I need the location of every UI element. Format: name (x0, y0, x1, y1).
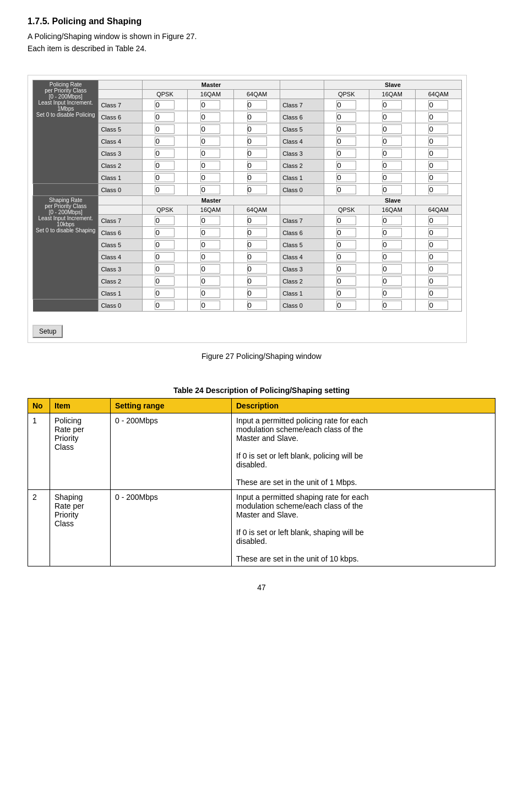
shaping-slave-class0-label: Class 0 (280, 299, 324, 312)
row1-item: Policing Rate per Priority Class (50, 413, 111, 490)
row1-no: 1 (28, 413, 50, 490)
row2-range: 0 - 200Mbps (111, 490, 232, 566)
shaping-class4-label: Class 4 (99, 251, 143, 263)
policing-slave-class3-label: Class 3 (280, 148, 324, 160)
policing-class6-label: Class 6 (99, 111, 143, 123)
p-s-64qam-c7[interactable] (415, 99, 461, 111)
setup-button[interactable]: Setup (32, 325, 63, 338)
policing-class4-label: Class 4 (99, 135, 143, 148)
col-header-no: No (28, 399, 50, 413)
page-number: 47 (28, 583, 495, 592)
table-row: 1 Policing Rate per Priority Class 0 - 2… (28, 413, 495, 490)
shaping-label: Shaping Rate per Priority Class [0 - 200… (33, 196, 99, 299)
policing-slave-class6-label: Class 6 (280, 111, 324, 123)
row2-item: Shaping Rate per Priority Class (50, 490, 111, 566)
intro-line2: Each item is described in Table 24. (28, 44, 495, 53)
col-header-range: Setting range (111, 399, 232, 413)
shaping-class2-label: Class 2 (99, 275, 143, 287)
shaping-master-header: Master (143, 196, 280, 205)
policing-slave-class2-label: Class 2 (280, 160, 324, 172)
policing-slave-class5-label: Class 5 (280, 123, 324, 135)
col-header-desc: Description (232, 399, 495, 413)
p-m-16qam-c7[interactable] (187, 99, 233, 111)
p-s-qpsk-c7[interactable] (324, 99, 369, 111)
slave-qpsk-header: QPSK (324, 90, 369, 99)
shaping-slave-class3-label: Class 3 (280, 263, 324, 275)
shaping-class0-label: Class 0 (99, 299, 143, 312)
policing-class0-label: Class 0 (99, 184, 143, 196)
shaping-master-qpsk: QPSK (143, 205, 188, 215)
intro-line1: A Policing/Shaping window is shown in Fi… (28, 32, 495, 41)
shaping-slave-class4-label: Class 4 (280, 251, 324, 263)
table-title: Table 24 Description of Policing/Shaping… (28, 386, 495, 395)
shaping-class1-label: Class 1 (99, 287, 143, 299)
policing-class5-label: Class 5 (99, 123, 143, 135)
shaping-slave-class2-label: Class 2 (280, 275, 324, 287)
row2-desc: Input a permitted shaping rate for each … (232, 490, 495, 566)
master-16qam-header: 16QAM (187, 90, 233, 99)
shaping-class5-label: Class 5 (99, 239, 143, 251)
sub-empty (99, 90, 143, 99)
p-m-64qam-c7[interactable] (234, 99, 280, 111)
policing-label: Policing Rate per Priority Class [0 - 20… (33, 80, 99, 184)
policing-slave-class4-label: Class 4 (280, 135, 324, 148)
empty-cell (99, 80, 143, 90)
shaping-slave-16qam: 16QAM (369, 205, 415, 215)
policing-slave-class1-label: Class 1 (280, 172, 324, 184)
policing-shaping-table: Policing Rate per Priority Class [0 - 20… (32, 80, 462, 312)
policing-slave-class0-label: Class 0 (280, 184, 324, 196)
figure-caption: Figure 27 Policing/Shaping window (28, 352, 495, 361)
policing-class2-label: Class 2 (99, 160, 143, 172)
section-title: 1.7.5. Policing and Shaping (28, 17, 495, 26)
shaping-slave-class5-label: Class 5 (280, 239, 324, 251)
shaping-class6-label: Class 6 (99, 227, 143, 239)
figure-container: Policing Rate per Priority Class [0 - 20… (28, 75, 467, 343)
shaping-master-16qam: 16QAM (187, 205, 233, 215)
row1-range: 0 - 200Mbps (111, 413, 232, 490)
master-qpsk-header: QPSK (143, 90, 188, 99)
shaping-master-64qam: 64QAM (234, 205, 280, 215)
policing-class3-label: Class 3 (99, 148, 143, 160)
shaping-class3-label: Class 3 (99, 263, 143, 275)
p-s-16qam-c7[interactable] (369, 99, 415, 111)
table-row: 2 Shaping Rate per Priority Class 0 - 20… (28, 490, 495, 566)
slave-header: Slave (324, 80, 461, 90)
shaping-slave-header: Slave (324, 196, 461, 205)
row1-desc: Input a permitted policing rate for each… (232, 413, 495, 490)
policing-class7-label: Class 7 (99, 99, 143, 111)
shaping-slave-class1-label: Class 1 (280, 287, 324, 299)
col-header-item: Item (50, 399, 111, 413)
empty-cell2 (280, 80, 324, 90)
shaping-slave-64qam: 64QAM (415, 205, 461, 215)
policing-class1-label: Class 1 (99, 172, 143, 184)
shaping-slave-class7-label: Class 7 (280, 215, 324, 227)
p-m-qpsk-c7[interactable] (143, 99, 188, 111)
master-64qam-header: 64QAM (234, 90, 280, 99)
slave-empty (280, 90, 324, 99)
master-header: Master (143, 80, 280, 90)
shaping-slave-qpsk: QPSK (324, 205, 369, 215)
slave-64qam-header: 64QAM (415, 90, 461, 99)
slave-16qam-header: 16QAM (369, 90, 415, 99)
shaping-slave-class6-label: Class 6 (280, 227, 324, 239)
description-table: No Item Setting range Description 1 Poli… (28, 398, 495, 566)
policing-slave-class7-label: Class 7 (280, 99, 324, 111)
row2-no: 2 (28, 490, 50, 566)
shaping-empty (99, 196, 143, 205)
shaping-class7-label: Class 7 (99, 215, 143, 227)
